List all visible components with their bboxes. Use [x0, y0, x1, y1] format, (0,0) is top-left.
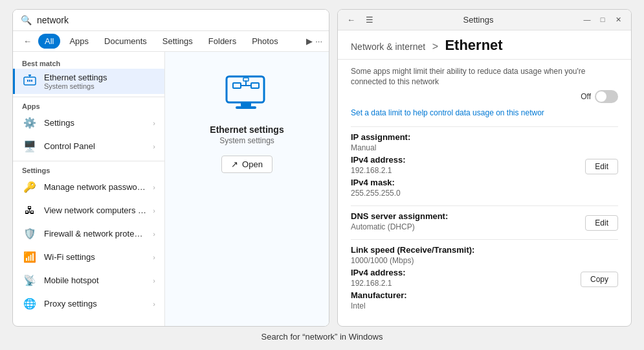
- wifi-icon: 📶: [22, 250, 38, 265]
- settings-app-text: Settings: [44, 118, 146, 128]
- result-settings[interactable]: ⚙️ Settings ›: [13, 111, 164, 135]
- maximize-button[interactable]: □: [596, 14, 609, 25]
- tab-documents[interactable]: Documents: [98, 34, 153, 49]
- tab-apps[interactable]: Apps: [63, 34, 95, 49]
- settings-label: Settings: [13, 164, 164, 176]
- proxy-arrow: ›: [153, 300, 155, 308]
- svg-rect-1: [27, 80, 28, 82]
- right-preview: Ethernet settings System settings ↗ Open: [165, 52, 329, 326]
- result-mobile-hotspot[interactable]: 📡 Mobile hotspot ›: [13, 269, 164, 292]
- search-input[interactable]: [37, 15, 321, 25]
- firewall-icon: 🛡️: [22, 226, 38, 242]
- control-panel-icon: 🖥️: [22, 139, 38, 154]
- search-bar: 🔍: [13, 10, 329, 31]
- toggle-label: Off: [581, 92, 591, 101]
- ip-assignment-info: IP assignment: Manual IPv4 address: 192.…: [351, 132, 585, 200]
- tab-all[interactable]: All: [38, 34, 60, 49]
- settings-window-title: Settings: [381, 15, 575, 25]
- link-speed-row: Link speed (Receive/Transmit): 1000/1000…: [351, 245, 618, 313]
- firewall-arrow: ›: [153, 230, 155, 238]
- result-view-computers[interactable]: 🖧 View network computers and devices ›: [13, 199, 164, 222]
- best-match-label: Best match: [13, 57, 164, 69]
- hotspot-title: Mobile hotspot: [44, 275, 146, 285]
- settings-header: Network & internet > Ethernet: [338, 30, 631, 60]
- toggle-knob: [596, 91, 606, 102]
- control-panel-title: Control Panel: [44, 141, 146, 151]
- ip-assignment-label: IP assignment:: [351, 132, 585, 142]
- minimize-button[interactable]: —: [581, 14, 594, 25]
- tab-ellipsis-button[interactable]: ···: [315, 36, 322, 46]
- data-limit-link[interactable]: Set a data limit to help control data us…: [351, 108, 618, 117]
- view-computers-icon: 🖧: [22, 203, 38, 218]
- view-computers-text: View network computers and devices: [44, 205, 146, 215]
- hotspot-text: Mobile hotspot: [44, 275, 146, 285]
- manage-network-arrow: ›: [153, 183, 155, 191]
- view-computers-title: View network computers and devices: [44, 205, 146, 215]
- view-computers-arrow: ›: [153, 207, 155, 215]
- ipv4-mask-label: IPv4 mask:: [351, 178, 585, 187]
- link-speed-label: Link speed (Receive/Transmit):: [351, 245, 581, 255]
- manage-network-title: Manage network passwords: [44, 182, 146, 192]
- svg-rect-9: [233, 83, 241, 88]
- result-ethernet-settings[interactable]: Ethernet settings System settings: [13, 69, 164, 94]
- preview-title: Ethernet settings: [210, 124, 283, 135]
- dns-value: Automatic (DHCP): [351, 222, 585, 231]
- result-proxy[interactable]: 🌐 Proxy settings ›: [13, 292, 164, 316]
- ip-assignment-edit-button[interactable]: Edit: [585, 159, 618, 174]
- nav-tabs: ← All Apps Documents Settings Folders Ph…: [13, 31, 329, 52]
- dns-edit-button[interactable]: Edit: [585, 215, 618, 231]
- result-control-panel[interactable]: 🖥️ Control Panel ›: [13, 135, 164, 158]
- toggle-switch[interactable]: [595, 90, 618, 103]
- manage-network-icon: 🔑: [22, 180, 38, 195]
- breadcrumb[interactable]: Network & internet: [351, 41, 425, 52]
- tab-settings[interactable]: Settings: [156, 34, 199, 49]
- info-text: Some apps might limit their ability to r…: [351, 66, 618, 88]
- dns-label: DNS server assignment:: [351, 211, 585, 221]
- result-manage-network[interactable]: 🔑 Manage network passwords ›: [13, 176, 164, 199]
- panels-row: 🔍 ← All Apps Documents Settings Folders …: [12, 9, 632, 327]
- ipv4-address2-value: 192.168.2.1: [351, 279, 581, 288]
- ipv4-mask-value: 255.255.255.0: [351, 189, 585, 198]
- divider-1: [351, 126, 618, 127]
- search-panel: 🔍 ← All Apps Documents Settings Folders …: [12, 9, 329, 327]
- hotspot-arrow: ›: [153, 277, 155, 285]
- divider-2: [351, 205, 618, 206]
- preview-open-button[interactable]: ↗ Open: [221, 156, 272, 173]
- ethernet-icon: [22, 73, 38, 89]
- ethernet-sub: System settings: [44, 82, 155, 90]
- tab-more-button[interactable]: ▶: [306, 36, 313, 46]
- settings-menu-button[interactable]: ☰: [363, 14, 376, 26]
- copy-button[interactable]: Copy: [581, 272, 618, 287]
- settings-titlebar: ← ☰ Settings — □ ✕: [338, 10, 631, 30]
- svg-rect-7: [241, 102, 251, 106]
- hotspot-icon: 📡: [22, 273, 38, 288]
- dns-row: DNS server assignment: Automatic (DHCP) …: [351, 211, 618, 234]
- firewall-title: Firewall & network protection: [44, 229, 146, 239]
- tab-photos[interactable]: Photos: [245, 34, 284, 49]
- settings-back-button[interactable]: ←: [344, 14, 358, 26]
- divider1: [13, 97, 164, 97]
- toggle-row: Off: [351, 90, 618, 103]
- search-content: Best match: [13, 52, 329, 326]
- control-panel-text: Control Panel: [44, 141, 146, 151]
- result-firewall[interactable]: 🛡️ Firewall & network protection ›: [13, 222, 164, 246]
- manufacturer-label: Manufacturer:: [351, 290, 581, 300]
- close-button[interactable]: ✕: [612, 14, 625, 25]
- preview-sub: System settings: [219, 136, 274, 145]
- svg-rect-5: [28, 75, 31, 76]
- ipv4-address-value: 192.168.2.1: [351, 166, 585, 175]
- wifi-title: Wi-Fi settings: [44, 252, 146, 262]
- ethernet-title: Ethernet settings: [44, 73, 155, 82]
- link-speed-info: Link speed (Receive/Transmit): 1000/1000…: [351, 245, 581, 313]
- open-icon: ↗: [231, 159, 238, 169]
- caption: Search for “network” in Windows: [261, 332, 383, 342]
- tab-folders[interactable]: Folders: [202, 34, 243, 49]
- left-results: Best match: [13, 52, 165, 326]
- svg-rect-13: [243, 78, 249, 81]
- outer-wrapper: 🔍 ← All Apps Documents Settings Folders …: [12, 9, 632, 342]
- result-wifi[interactable]: 📶 Wi-Fi settings ›: [13, 246, 164, 269]
- ethernet-result-text: Ethernet settings System settings: [44, 73, 155, 90]
- nav-back-button[interactable]: ←: [19, 35, 36, 47]
- settings-app-icon: ⚙️: [22, 115, 38, 131]
- svg-rect-8: [236, 106, 256, 109]
